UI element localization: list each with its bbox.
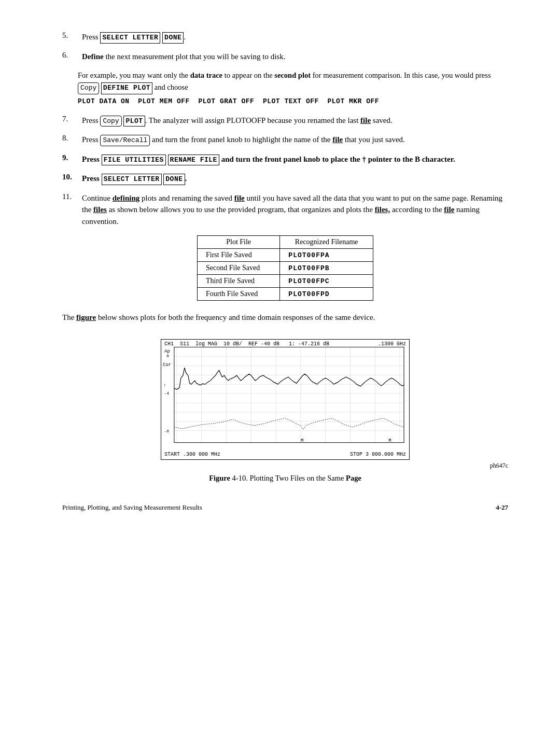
word-file-8: file <box>332 135 343 144</box>
step-6-num: 6. <box>62 51 78 63</box>
step-11-num: 11. <box>62 192 78 228</box>
cell-second-file-label: Second File Saved <box>198 262 280 275</box>
word-defining: defining <box>113 194 140 202</box>
step-7: 7. Press Copy PLOT. The analyzer will as… <box>62 115 508 127</box>
cell-first-file-label: First File Saved <box>198 249 280 262</box>
plot-footer: START .300 000 MHz STOP 3 000.000 MHz <box>161 451 409 459</box>
cell-fourth-file-label: Fourth File Saved <box>198 288 280 301</box>
key-file-utilities: FILE UTILITIES <box>102 155 166 166</box>
key-plot-7: PLOT <box>123 116 145 127</box>
table-row: Third File Saved PLOT00FPC <box>198 275 373 288</box>
plot-header-left: CH1 S11 log MAG 10 dB/ REF -40 dB 1: -47… <box>164 341 329 347</box>
svg-text:-4: -4 <box>164 391 169 396</box>
table-row: Second File Saved PLOT00FPB <box>198 262 373 275</box>
step-9-text: Press FILE UTILITIES RENAME FILE and tur… <box>82 153 508 166</box>
step-7-text: Press Copy PLOT. The analyzer will assig… <box>82 115 508 127</box>
table-container: Plot File Recognized Filename First File… <box>62 235 508 301</box>
plot-container: CH1 S11 log MAG 10 dB/ REF -40 dB 1: -47… <box>161 339 410 460</box>
page-content: 5. Press SELECT LETTER DONE. 6. Define t… <box>62 31 508 512</box>
word-file-11a: file <box>234 194 245 202</box>
plot-svg: M M 0 -4 -8 <box>161 347 409 451</box>
example-text: For example, you may want only the data … <box>78 71 491 91</box>
svg-text:-8: -8 <box>164 429 169 433</box>
plot-footer-right: STOP 3 000.000 MHz <box>350 452 406 457</box>
figure-intro: The figure below shows plots for both th… <box>62 311 508 324</box>
key-select-letter: SELECT LETTER <box>100 32 160 44</box>
svg-text:0: 0 <box>166 354 169 359</box>
svg-rect-19 <box>174 347 404 443</box>
step-6: 6. Define the next measurement plot that… <box>62 51 508 63</box>
plot-header-right: .1300 GHz <box>378 341 406 347</box>
step-9-num: 9. <box>62 153 78 166</box>
btn-copy-7: Copy <box>100 116 121 127</box>
footer-left-text: Printing, Plotting, and Saving Measureme… <box>62 503 202 512</box>
plot-header: CH1 S11 log MAG 10 dB/ REF -40 dB 1: -47… <box>161 340 409 347</box>
step-5: 5. Press SELECT LETTER DONE. <box>62 31 508 44</box>
example-command-line: PLOT DATA ON PLOT MEM OFF PLOT GRAT OFF … <box>78 96 508 107</box>
page-footer: Printing, Plotting, and Saving Measureme… <box>62 503 508 512</box>
figure-caption: Figure 4-10. Plotting Two Files on the S… <box>62 474 508 483</box>
plot-footer-left: START .300 000 MHz <box>164 452 220 457</box>
step-11-text: Continue defining plots and renaming the… <box>82 192 508 228</box>
table-row: Fourth File Saved PLOT00FPD <box>198 288 373 301</box>
word-files-11b: files <box>93 205 107 214</box>
word-file-11d: file <box>444 205 454 214</box>
word-figure: figure <box>76 313 96 321</box>
step-11: 11. Continue defining plots and renaming… <box>62 192 508 228</box>
btn-copy-example: Copy <box>78 82 99 94</box>
figure-area: CH1 S11 log MAG 10 dB/ REF -40 dB 1: -47… <box>62 339 508 483</box>
btn-save-recall: Save/Recall <box>100 135 150 146</box>
word-files-11c: files, <box>375 205 390 214</box>
key-done-1: DONE <box>162 32 184 44</box>
step-10-num: 10. <box>62 173 78 185</box>
plot-body: Ap Cor ↑ <box>161 347 409 451</box>
step-6-text: Define the next measurement plot that yo… <box>82 51 508 63</box>
key-rename-file: RENAME FILE <box>168 155 219 166</box>
step-9: 9. Press FILE UTILITIES RENAME FILE and … <box>62 153 508 166</box>
step-10-text: Press SELECT LETTER DONE. <box>82 173 508 185</box>
step-8: 8. Press Save/Recall and turn the front … <box>62 134 508 146</box>
step-8-text: Press Save/Recall and turn the front pan… <box>82 134 508 146</box>
word-file-7: file <box>360 116 371 124</box>
cell-third-file-label: Third File Saved <box>198 275 280 288</box>
cell-second-file-value: PLOT00FPB <box>280 262 373 275</box>
file-table: Plot File Recognized Filename First File… <box>197 235 373 301</box>
svg-text:M: M <box>388 438 391 443</box>
table-row: First File Saved PLOT00FPA <box>198 249 373 262</box>
step-10: 10. Press SELECT LETTER DONE. <box>62 173 508 185</box>
step-7-num: 7. <box>62 115 78 127</box>
step-5-text: Press SELECT LETTER DONE. <box>82 31 508 44</box>
caption-page-bold: Page <box>346 474 361 482</box>
col-plot-file: Plot File <box>198 236 280 249</box>
caption-figure-label: Figure <box>209 474 230 482</box>
plot-label-cor: Cor <box>163 362 171 368</box>
cell-third-file-value: PLOT00FPC <box>280 275 373 288</box>
svg-text:M: M <box>301 438 303 443</box>
example-block: For example, you may want only the data … <box>78 69 508 107</box>
caption-text: 4-10. Plotting Two Files on the Same <box>230 474 346 482</box>
footer-right-text: 4-27 <box>496 503 508 512</box>
cell-fourth-file-value: PLOT00FPD <box>280 288 373 301</box>
key-done-10: DONE <box>163 174 185 185</box>
plot-label-arrow: ↑ <box>163 383 166 388</box>
plot-label-ap: Ap <box>164 349 170 354</box>
cell-first-file-value: PLOT00FPA <box>280 249 373 262</box>
ref-code: ph647c <box>62 462 508 470</box>
step-8-num: 8. <box>62 134 78 146</box>
key-select-letter-10: SELECT LETTER <box>102 174 162 185</box>
col-recognized-filename: Recognized Filename <box>280 236 373 249</box>
step-5-num: 5. <box>62 31 78 44</box>
key-define-plot: DEFINE PLOT <box>101 82 152 94</box>
